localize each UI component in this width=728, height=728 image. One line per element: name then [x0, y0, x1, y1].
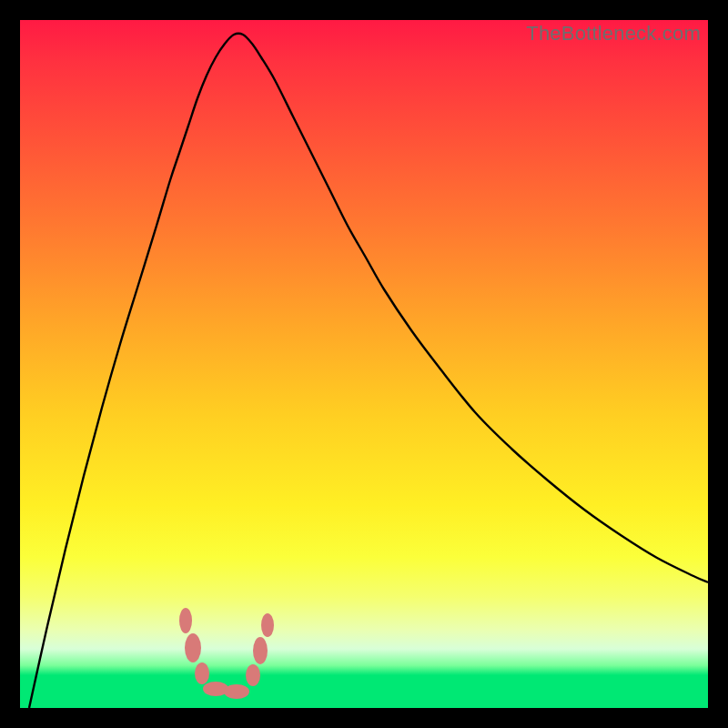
valley-blobs — [179, 608, 274, 699]
watermark-text: TheBottleneck.com — [526, 22, 701, 46]
valley-blob — [253, 637, 268, 664]
valley-blob — [195, 662, 209, 684]
valley-blob — [224, 684, 249, 699]
bottleneck-curve — [29, 34, 708, 708]
valley-blob — [261, 613, 274, 637]
valley-blob — [185, 633, 201, 662]
curve-layer — [20, 20, 708, 708]
valley-blob — [179, 608, 192, 633]
valley-blob — [246, 664, 260, 686]
chart-frame: TheBottleneck.com — [20, 20, 708, 708]
